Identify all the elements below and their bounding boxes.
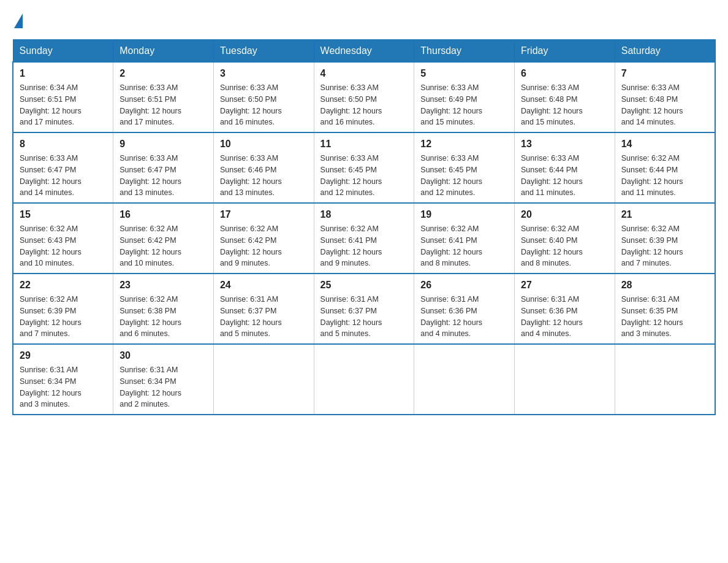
day-info: Sunrise: 6:33 AMSunset: 6:50 PMDaylight:…: [220, 82, 308, 128]
day-number: 24: [220, 278, 308, 293]
day-info: Sunrise: 6:32 AMSunset: 6:39 PMDaylight:…: [20, 294, 107, 340]
day-info: Sunrise: 6:33 AMSunset: 6:46 PMDaylight:…: [220, 153, 308, 199]
column-header-thursday: Thursday: [414, 40, 515, 62]
calendar-cell: 22Sunrise: 6:32 AMSunset: 6:39 PMDayligh…: [13, 274, 113, 344]
calendar-cell: 25Sunrise: 6:31 AMSunset: 6:37 PMDayligh…: [314, 274, 414, 344]
calendar-week-row: 8Sunrise: 6:33 AMSunset: 6:47 PMDaylight…: [13, 132, 715, 203]
day-info: Sunrise: 6:31 AMSunset: 6:35 PMDaylight:…: [621, 294, 708, 340]
day-number: 25: [320, 278, 408, 293]
calendar-cell: [314, 344, 414, 415]
day-number: 19: [420, 207, 508, 222]
calendar-cell: [615, 344, 715, 415]
day-info: Sunrise: 6:32 AMSunset: 6:39 PMDaylight:…: [621, 223, 708, 269]
column-header-wednesday: Wednesday: [314, 40, 414, 62]
day-number: 7: [621, 66, 708, 81]
day-info: Sunrise: 6:33 AMSunset: 6:44 PMDaylight:…: [521, 153, 609, 199]
calendar-cell: 16Sunrise: 6:32 AMSunset: 6:42 PMDayligh…: [113, 203, 214, 274]
day-info: Sunrise: 6:32 AMSunset: 6:41 PMDaylight:…: [320, 223, 408, 269]
logo: [12, 12, 23, 27]
calendar-cell: 17Sunrise: 6:32 AMSunset: 6:42 PMDayligh…: [213, 203, 314, 274]
calendar-cell: 7Sunrise: 6:33 AMSunset: 6:48 PMDaylight…: [615, 62, 715, 132]
day-info: Sunrise: 6:33 AMSunset: 6:45 PMDaylight:…: [420, 153, 508, 199]
day-number: 26: [420, 278, 508, 293]
day-info: Sunrise: 6:33 AMSunset: 6:47 PMDaylight:…: [119, 153, 207, 199]
calendar-cell: [213, 344, 314, 415]
day-info: Sunrise: 6:32 AMSunset: 6:41 PMDaylight:…: [420, 223, 508, 269]
day-info: Sunrise: 6:33 AMSunset: 6:51 PMDaylight:…: [119, 82, 207, 128]
day-number: 6: [521, 66, 609, 81]
day-info: Sunrise: 6:32 AMSunset: 6:44 PMDaylight:…: [621, 153, 708, 199]
day-number: 8: [20, 137, 107, 151]
day-number: 1: [20, 66, 107, 81]
calendar-cell: 8Sunrise: 6:33 AMSunset: 6:47 PMDaylight…: [13, 132, 113, 203]
day-number: 11: [320, 137, 408, 151]
day-info: Sunrise: 6:31 AMSunset: 6:34 PMDaylight:…: [20, 364, 107, 410]
day-number: 5: [420, 66, 508, 81]
day-number: 27: [521, 278, 609, 293]
calendar-week-row: 22Sunrise: 6:32 AMSunset: 6:39 PMDayligh…: [13, 274, 715, 344]
column-header-sunday: Sunday: [13, 40, 113, 62]
calendar-cell: 9Sunrise: 6:33 AMSunset: 6:47 PMDaylight…: [113, 132, 214, 203]
column-header-friday: Friday: [515, 40, 615, 62]
day-info: Sunrise: 6:33 AMSunset: 6:50 PMDaylight:…: [320, 82, 408, 128]
day-number: 14: [621, 137, 708, 151]
day-number: 3: [220, 66, 308, 81]
day-info: Sunrise: 6:34 AMSunset: 6:51 PMDaylight:…: [20, 82, 107, 128]
day-number: 22: [20, 278, 107, 293]
day-info: Sunrise: 6:32 AMSunset: 6:42 PMDaylight:…: [220, 223, 308, 269]
calendar-cell: 23Sunrise: 6:32 AMSunset: 6:38 PMDayligh…: [113, 274, 214, 344]
calendar-cell: 20Sunrise: 6:32 AMSunset: 6:40 PMDayligh…: [515, 203, 615, 274]
day-info: Sunrise: 6:33 AMSunset: 6:48 PMDaylight:…: [621, 82, 708, 128]
calendar-table: SundayMondayTuesdayWednesdayThursdayFrid…: [12, 39, 716, 415]
column-header-monday: Monday: [113, 40, 214, 62]
calendar-week-row: 29Sunrise: 6:31 AMSunset: 6:34 PMDayligh…: [13, 344, 715, 415]
day-number: 2: [119, 66, 207, 81]
day-info: Sunrise: 6:31 AMSunset: 6:37 PMDaylight:…: [320, 294, 408, 340]
day-info: Sunrise: 6:33 AMSunset: 6:45 PMDaylight:…: [320, 153, 408, 199]
calendar-header-row: SundayMondayTuesdayWednesdayThursdayFrid…: [13, 40, 715, 62]
day-number: 16: [119, 207, 207, 222]
day-number: 29: [20, 348, 107, 363]
calendar-cell: 2Sunrise: 6:33 AMSunset: 6:51 PMDaylight…: [113, 62, 214, 132]
day-info: Sunrise: 6:31 AMSunset: 6:34 PMDaylight:…: [119, 364, 207, 410]
day-info: Sunrise: 6:31 AMSunset: 6:36 PMDaylight:…: [420, 294, 508, 340]
calendar-cell: 24Sunrise: 6:31 AMSunset: 6:37 PMDayligh…: [213, 274, 314, 344]
day-number: 21: [621, 207, 708, 222]
calendar-cell: 30Sunrise: 6:31 AMSunset: 6:34 PMDayligh…: [113, 344, 214, 415]
calendar-cell: [515, 344, 615, 415]
day-info: Sunrise: 6:32 AMSunset: 6:38 PMDaylight:…: [119, 294, 207, 340]
calendar-cell: 15Sunrise: 6:32 AMSunset: 6:43 PMDayligh…: [13, 203, 113, 274]
day-info: Sunrise: 6:32 AMSunset: 6:42 PMDaylight:…: [119, 223, 207, 269]
day-number: 15: [20, 207, 107, 222]
day-info: Sunrise: 6:31 AMSunset: 6:37 PMDaylight:…: [220, 294, 308, 340]
day-info: Sunrise: 6:32 AMSunset: 6:43 PMDaylight:…: [20, 223, 107, 269]
day-info: Sunrise: 6:32 AMSunset: 6:40 PMDaylight:…: [521, 223, 609, 269]
calendar-week-row: 15Sunrise: 6:32 AMSunset: 6:43 PMDayligh…: [13, 203, 715, 274]
day-number: 28: [621, 278, 708, 293]
logo-arrow-icon: [14, 13, 23, 28]
day-number: 4: [320, 66, 408, 81]
day-number: 23: [119, 278, 207, 293]
page-header: [12, 12, 716, 27]
day-info: Sunrise: 6:33 AMSunset: 6:49 PMDaylight:…: [420, 82, 508, 128]
calendar-cell: 28Sunrise: 6:31 AMSunset: 6:35 PMDayligh…: [615, 274, 715, 344]
calendar-cell: 27Sunrise: 6:31 AMSunset: 6:36 PMDayligh…: [515, 274, 615, 344]
calendar-week-row: 1Sunrise: 6:34 AMSunset: 6:51 PMDaylight…: [13, 62, 715, 132]
column-header-saturday: Saturday: [615, 40, 715, 62]
calendar-cell: 10Sunrise: 6:33 AMSunset: 6:46 PMDayligh…: [213, 132, 314, 203]
calendar-cell: 26Sunrise: 6:31 AMSunset: 6:36 PMDayligh…: [414, 274, 515, 344]
day-info: Sunrise: 6:31 AMSunset: 6:36 PMDaylight:…: [521, 294, 609, 340]
day-number: 10: [220, 137, 308, 151]
calendar-cell: 6Sunrise: 6:33 AMSunset: 6:48 PMDaylight…: [515, 62, 615, 132]
day-number: 9: [119, 137, 207, 151]
calendar-cell: 3Sunrise: 6:33 AMSunset: 6:50 PMDaylight…: [213, 62, 314, 132]
day-info: Sunrise: 6:33 AMSunset: 6:47 PMDaylight:…: [20, 153, 107, 199]
calendar-cell: 29Sunrise: 6:31 AMSunset: 6:34 PMDayligh…: [13, 344, 113, 415]
day-number: 20: [521, 207, 609, 222]
day-number: 12: [420, 137, 508, 151]
day-info: Sunrise: 6:33 AMSunset: 6:48 PMDaylight:…: [521, 82, 609, 128]
column-header-tuesday: Tuesday: [213, 40, 314, 62]
day-number: 30: [119, 348, 207, 363]
day-number: 17: [220, 207, 308, 222]
calendar-cell: 19Sunrise: 6:32 AMSunset: 6:41 PMDayligh…: [414, 203, 515, 274]
